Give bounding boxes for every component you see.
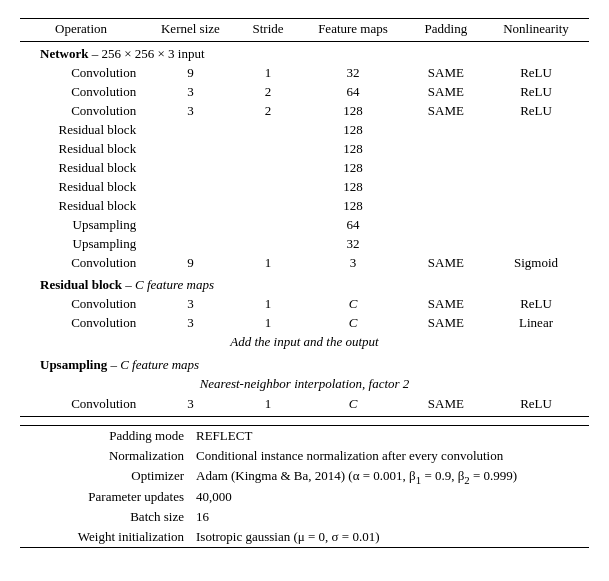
op-cell: Upsampling — [20, 234, 142, 253]
col-header-stride: Stride — [239, 19, 298, 42]
op-cell: Convolution — [20, 253, 142, 272]
upsampling-desc: C feature maps — [120, 357, 199, 372]
kernel-cell: 3 — [142, 313, 239, 332]
stride-cell: 1 — [239, 294, 298, 313]
kernel-cell — [142, 196, 239, 215]
stride-cell — [239, 196, 298, 215]
table-row: Upsampling 64 — [20, 215, 589, 234]
info-value: Conditional instance normalization after… — [190, 446, 589, 466]
info-label: Padding mode — [20, 425, 190, 446]
op-cell: Residual block — [20, 139, 142, 158]
table-row: Residual block 128 — [20, 139, 589, 158]
kernel-cell: 3 — [142, 101, 239, 120]
padding-cell — [409, 196, 483, 215]
padding-cell: SAME — [409, 313, 483, 332]
col-header-operation: Operation — [20, 19, 142, 42]
op-cell: Convolution — [20, 63, 142, 82]
info-row: Padding mode REFLECT — [20, 425, 589, 446]
network-section-header: Network – 256 × 256 × 3 input — [20, 42, 589, 64]
kernel-cell — [142, 120, 239, 139]
kernel-cell: 3 — [142, 294, 239, 313]
info-row: Parameter updates 40,000 — [20, 487, 589, 507]
info-row: Batch size 16 — [20, 507, 589, 527]
nonlin-cell: ReLU — [483, 63, 589, 82]
stride-cell — [239, 234, 298, 253]
op-cell: Residual block — [20, 120, 142, 139]
info-value: Adam (Kingma & Ba, 2014) (α = 0.001, β1 … — [190, 466, 589, 488]
stride-cell — [239, 139, 298, 158]
op-cell: Convolution — [20, 313, 142, 332]
table-row: Convolution 9 1 3 SAME Sigmoid — [20, 253, 589, 272]
features-cell: 128 — [297, 101, 408, 120]
stride-cell — [239, 158, 298, 177]
op-cell: Convolution — [20, 294, 142, 313]
padding-cell — [409, 234, 483, 253]
upsampling-section-header: Upsampling – C feature maps — [20, 352, 589, 374]
nonlin-cell — [483, 215, 589, 234]
nonlin-cell — [483, 120, 589, 139]
features-cell: 64 — [297, 215, 408, 234]
info-row: Optimizer Adam (Kingma & Ba, 2014) (α = … — [20, 466, 589, 488]
table-row: Convolution 3 2 128 SAME ReLU — [20, 101, 589, 120]
stride-cell: 2 — [239, 101, 298, 120]
kernel-cell — [142, 177, 239, 196]
stride-cell: 1 — [239, 394, 298, 416]
features-cell: 64 — [297, 82, 408, 101]
features-cell: 32 — [297, 63, 408, 82]
features-cell: 128 — [297, 158, 408, 177]
nonlin-cell: ReLU — [483, 294, 589, 313]
table-row: Convolution 3 2 64 SAME ReLU — [20, 82, 589, 101]
nonlin-cell: ReLU — [483, 394, 589, 416]
network-label: Network — [40, 46, 88, 61]
table-row: Residual block 128 — [20, 120, 589, 139]
features-cell: 32 — [297, 234, 408, 253]
info-value: 40,000 — [190, 487, 589, 507]
info-value: 16 — [190, 507, 589, 527]
nonlin-cell — [483, 139, 589, 158]
op-cell: Residual block — [20, 158, 142, 177]
nonlin-cell: ReLU — [483, 101, 589, 120]
padding-cell: SAME — [409, 294, 483, 313]
nonlin-cell — [483, 158, 589, 177]
features-cell: C — [297, 313, 408, 332]
padding-cell — [409, 139, 483, 158]
stride-cell: 2 — [239, 82, 298, 101]
info-label: Parameter updates — [20, 487, 190, 507]
table-row: Upsampling 32 — [20, 234, 589, 253]
info-table: Padding mode REFLECT Normalization Condi… — [20, 425, 589, 549]
network-desc: 256 × 256 × 3 input — [101, 46, 204, 61]
col-header-nonlin: Nonlinearity — [483, 19, 589, 42]
kernel-cell: 3 — [142, 82, 239, 101]
stride-cell: 1 — [239, 253, 298, 272]
features-cell: 128 — [297, 177, 408, 196]
features-cell: 128 — [297, 120, 408, 139]
padding-cell: SAME — [409, 101, 483, 120]
kernel-cell — [142, 158, 239, 177]
nonlin-cell — [483, 177, 589, 196]
stride-cell — [239, 215, 298, 234]
features-cell: C — [297, 394, 408, 416]
table-row: Residual block 128 — [20, 158, 589, 177]
stride-cell — [239, 120, 298, 139]
table-row: Convolution 3 1 C SAME ReLU — [20, 294, 589, 313]
padding-cell — [409, 177, 483, 196]
padding-cell: SAME — [409, 253, 483, 272]
features-cell: 128 — [297, 139, 408, 158]
nonlin-cell: Linear — [483, 313, 589, 332]
info-label: Optimizer — [20, 466, 190, 488]
info-label: Weight initialization — [20, 527, 190, 548]
op-cell: Convolution — [20, 82, 142, 101]
upsampling-note-row: Nearest-neighbor interpolation, factor 2 — [20, 374, 589, 394]
info-label: Normalization — [20, 446, 190, 466]
features-cell: 128 — [297, 196, 408, 215]
info-value: Isotropic gaussian (μ = 0, σ = 0.01) — [190, 527, 589, 548]
nonlin-cell: ReLU — [483, 82, 589, 101]
op-cell: Convolution — [20, 394, 142, 416]
table-row: Residual block 128 — [20, 177, 589, 196]
nonlin-cell — [483, 234, 589, 253]
upsampling-note: Nearest-neighbor interpolation, factor 2 — [200, 376, 410, 391]
info-value: REFLECT — [190, 425, 589, 446]
padding-cell: SAME — [409, 394, 483, 416]
stride-cell — [239, 177, 298, 196]
stride-cell: 1 — [239, 313, 298, 332]
